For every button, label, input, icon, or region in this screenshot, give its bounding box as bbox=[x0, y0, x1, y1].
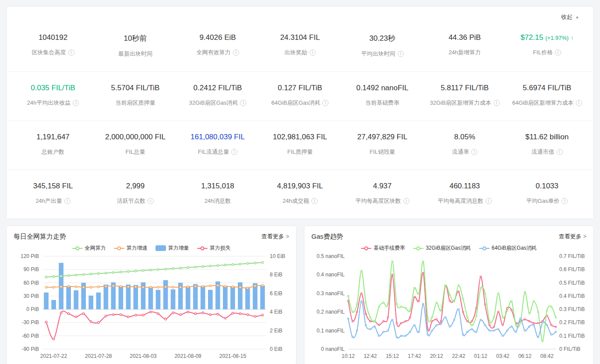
hashrate-chart[interactable]: 120 PiB90 PiB60 PiB30 PiB0 PiB-30 PiB-60… bbox=[14, 253, 289, 363]
svg-text:30 PiB: 30 PiB bbox=[24, 293, 39, 299]
network-stats-panel: 收起 1040192区块集合高度10秒前最新出块时间9.4026 EiB全网有效… bbox=[6, 6, 594, 219]
legend-item[interactable]: 64GiB扇区Gas消耗 bbox=[479, 244, 537, 252]
gas-chart[interactable]: 0.5 nanoFIL0.4 nanoFIL0.3 nanoFIL0.2 nan… bbox=[311, 253, 586, 363]
stat-value-text: 1040192 bbox=[39, 33, 67, 42]
legend-bar-swatch-icon bbox=[155, 245, 166, 251]
view-more-link[interactable]: 查看更多 bbox=[559, 233, 586, 240]
stat-value: 5.8117 FIL/TiB bbox=[424, 84, 506, 92]
collapse-button[interactable]: 收起 bbox=[558, 13, 582, 21]
stat-value: 27,497,829 FIL bbox=[341, 133, 424, 141]
legend-item[interactable]: 算力损失 bbox=[197, 244, 231, 252]
stat-label: 24h成交额 bbox=[259, 197, 341, 205]
stat-value: 10秒前 bbox=[94, 33, 176, 43]
info-circle-icon[interactable] bbox=[403, 198, 409, 204]
chart-header: Gas费趋势 查看更多 bbox=[311, 232, 586, 241]
stat-label-text: 平均每高度消息数 bbox=[438, 197, 484, 205]
stat-label-text: 24h平均出块收益 bbox=[27, 99, 71, 107]
stat-item: 0.1033平均Gas单价 bbox=[506, 182, 588, 205]
stat-label-text: 流通市值 bbox=[532, 148, 554, 156]
svg-text:0.3 FIL/TiB: 0.3 FIL/TiB bbox=[559, 306, 585, 312]
info-circle-icon[interactable] bbox=[555, 49, 561, 56]
stat-label: 当前基础费率 bbox=[341, 99, 424, 107]
stat-label: 出块奖励 bbox=[259, 49, 341, 57]
stat-value-text: 27,497,829 FIL bbox=[357, 133, 407, 141]
info-circle-icon[interactable] bbox=[576, 100, 582, 106]
stat-label-text: 24h成交额 bbox=[282, 197, 309, 205]
stat-item: 5.5704 FIL/TiB当前扇区质押量 bbox=[94, 84, 176, 107]
stat-value-text: 44.36 PiB bbox=[448, 33, 481, 42]
stat-label: FIL流通总量 bbox=[176, 148, 259, 156]
svg-text:0.1 FIL/TiB: 0.1 FIL/TiB bbox=[559, 333, 585, 339]
svg-text:-30 PiB: -30 PiB bbox=[22, 319, 39, 325]
stat-label-text: 当前扇区质押量 bbox=[116, 99, 155, 107]
stat-label: FIL销毁量 bbox=[341, 148, 424, 156]
legend-item[interactable]: 基础手续费率 bbox=[361, 244, 405, 252]
info-circle-icon[interactable] bbox=[322, 100, 328, 106]
collapse-label: 收起 bbox=[561, 13, 572, 21]
stat-label-text: 24h产出量 bbox=[35, 197, 62, 205]
info-circle-icon[interactable] bbox=[64, 198, 71, 204]
info-circle-icon[interactable] bbox=[148, 198, 154, 204]
stat-value-text: 460.1183 bbox=[449, 182, 480, 190]
legend-line-marker-icon bbox=[479, 248, 490, 249]
info-circle-icon[interactable] bbox=[557, 149, 563, 155]
chart-title: 每日全网算力走势 bbox=[14, 233, 66, 241]
info-circle-icon[interactable] bbox=[233, 49, 239, 56]
legend-item[interactable]: 算力增速 bbox=[114, 244, 148, 252]
stat-item: 460.1183平均每高度消息数 bbox=[424, 182, 506, 205]
x-axis-labels: 2021-07-222021-07-282021-08-032021-08-09… bbox=[40, 353, 247, 359]
stat-item: 9.4026 EiB全网有效算力 bbox=[176, 33, 259, 58]
stat-value-text: 345,158 FIL bbox=[33, 182, 73, 190]
info-circle-icon[interactable] bbox=[240, 100, 246, 106]
legend-item[interactable]: 全网算力 bbox=[72, 244, 106, 252]
stat-label-text: 64GiB扇区新增算力成本 bbox=[512, 99, 573, 107]
legend-dot-icon bbox=[416, 246, 420, 250]
stat-item: 5.8117 FIL/TiB32GiB扇区新增算力成本 bbox=[424, 84, 506, 107]
stat-value: 1040192 bbox=[12, 33, 94, 42]
stat-label: 平均每高度区块数 bbox=[341, 197, 424, 205]
legend-item[interactable]: 32GiB扇区Gas消耗 bbox=[413, 244, 471, 252]
stat-item: 0.127 FIL/TiB64GiB扇区Gas消耗 bbox=[259, 84, 341, 107]
stat-label-text: 全网有效算力 bbox=[197, 49, 231, 57]
info-circle-icon[interactable] bbox=[398, 51, 404, 57]
stat-value: 44.36 PiB bbox=[424, 33, 506, 42]
stat-value: 24.3104 FIL bbox=[259, 33, 341, 42]
stat-value: 2,000,000,000 FIL bbox=[94, 133, 176, 141]
svg-text:06:12: 06:12 bbox=[518, 353, 531, 359]
x-axis-labels: 10:1212:4215:1217:4220:1222:4201:1203:42… bbox=[342, 353, 554, 359]
chart-canvas[interactable]: 0.5 nanoFIL0.4 nanoFIL0.3 nanoFIL0.2 nan… bbox=[311, 253, 586, 361]
stat-label: 32GiB扇区Gas消耗 bbox=[176, 99, 259, 107]
stat-label: 24h消息数 bbox=[176, 197, 259, 205]
stat-value-text: 2,000,000,000 FIL bbox=[105, 133, 166, 141]
svg-text:0.2 nanoFIL: 0.2 nanoFIL bbox=[317, 309, 345, 315]
stat-item: 30.23秒平均出块时间 bbox=[341, 33, 424, 58]
stats-row: 0.035 FIL/TiB24h平均出块收益5.5704 FIL/TiB当前扇区… bbox=[7, 71, 593, 120]
stat-item: 102,981,063 FILFIL质押量 bbox=[259, 133, 341, 156]
svg-text:20:12: 20:12 bbox=[430, 353, 443, 359]
stat-value-text: 102,981,063 FIL bbox=[273, 133, 327, 141]
info-circle-icon[interactable] bbox=[311, 198, 318, 204]
stat-value-link[interactable]: 161,080,039 FIL bbox=[176, 133, 259, 141]
stat-value: 4,819,903 FIL bbox=[259, 182, 341, 191]
stat-value: 460.1183 bbox=[424, 182, 506, 191]
info-circle-icon[interactable] bbox=[68, 49, 74, 56]
legend-item[interactable]: 算力增量 bbox=[155, 244, 189, 252]
stat-item: 4,819,903 FIL24h成交额 bbox=[259, 182, 341, 205]
info-circle-icon[interactable] bbox=[231, 149, 237, 155]
svg-text:90 PiB: 90 PiB bbox=[24, 266, 39, 272]
info-circle-icon[interactable] bbox=[561, 198, 568, 204]
info-circle-icon[interactable] bbox=[310, 49, 316, 56]
legend-dot-icon bbox=[117, 246, 121, 250]
chart-legend: 基础手续费率32GiB扇区Gas消耗64GiB扇区Gas消耗 bbox=[311, 244, 586, 252]
view-more-link[interactable]: 查看更多 bbox=[261, 233, 289, 240]
info-circle-icon[interactable] bbox=[73, 100, 79, 106]
info-circle-icon[interactable] bbox=[471, 149, 477, 155]
info-circle-icon[interactable] bbox=[486, 198, 492, 204]
chart-canvas[interactable]: 120 PiB90 PiB60 PiB30 PiB0 PiB-30 PiB-60… bbox=[14, 253, 289, 361]
stat-item: 24.3104 FIL出块奖励 bbox=[259, 33, 341, 58]
svg-text:10:12: 10:12 bbox=[342, 353, 355, 359]
stat-label-text: 当前基础费率 bbox=[365, 99, 399, 107]
stat-value-text: 5.8117 FIL/TiB bbox=[441, 84, 489, 92]
info-circle-icon[interactable] bbox=[494, 100, 500, 106]
stat-item: 44.36 PiB24h新增算力 bbox=[424, 33, 506, 58]
